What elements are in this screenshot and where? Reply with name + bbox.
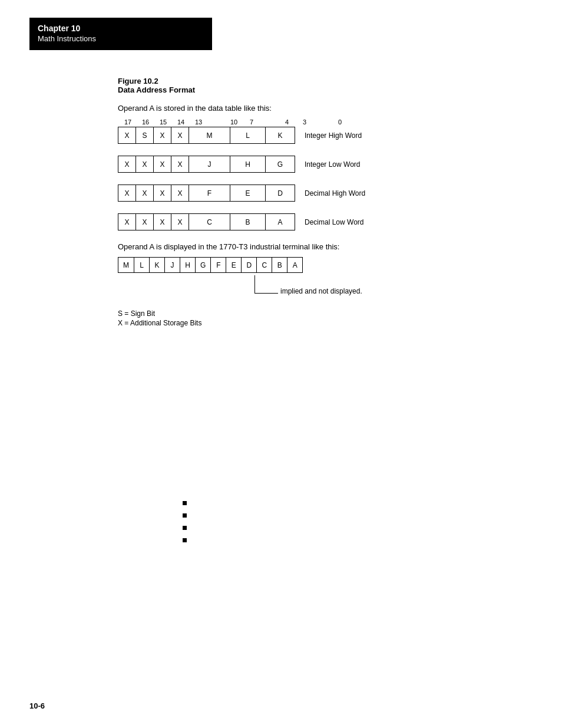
cell-x4: X [171, 214, 189, 230]
cell-x4: X [171, 156, 189, 173]
cell-l: L [230, 127, 266, 144]
cell-x2: X [154, 127, 171, 144]
decimal-high-word-table: X X X X F E D [118, 185, 295, 202]
figure-number: Figure 10.2 [118, 77, 530, 85]
operand-a-stored-text: Operand A is stored in the data table li… [118, 104, 530, 113]
bit-10: 10 [225, 118, 243, 126]
integer-high-word-row: X S X X M L K Integer High Word [118, 127, 530, 144]
term-k: K [150, 258, 165, 273]
decimal-high-word-row: X X X X F E D Decimal High Word [118, 185, 530, 202]
operand-a-displayed-text: Operand A is displayed in the 1770-T3 in… [118, 242, 530, 251]
cell-c: C [189, 214, 230, 230]
bit-13: 13 [190, 118, 207, 126]
integer-low-word-label: Integer Low Word [305, 160, 361, 169]
term-d: D [242, 258, 257, 273]
cell-x1: X [118, 127, 136, 144]
integer-low-word-row: X X X X J H G Integer Low Word [118, 156, 530, 173]
bullet-square-3 [183, 526, 187, 530]
chapter-subtitle: Math Instructions [38, 34, 204, 43]
cell-h: H [230, 156, 266, 173]
figure-name: Data Address Format [118, 85, 530, 94]
bit-numbers-row: 17 16 15 14 13 10 7 4 3 0 [119, 118, 530, 126]
cell-x4: X [171, 185, 189, 202]
figure-title: Figure 10.2 Data Address Format [118, 77, 530, 94]
decimal-low-word-table: X X X X C B A [118, 213, 295, 230]
cell-x2: X [136, 214, 154, 230]
cell-f: F [189, 185, 230, 202]
cell-x3: X [154, 185, 171, 202]
term-a: A [287, 258, 303, 273]
term-l: L [134, 258, 150, 273]
term-h: H [180, 258, 196, 273]
term-c: C [257, 258, 272, 273]
bullet-square-2 [183, 513, 187, 518]
decimal-low-word-row: X X X X C B A Decimal Low Word [118, 213, 530, 230]
bullet-square-1 [183, 501, 187, 505]
decimal-low-word-label: Decimal Low Word [305, 218, 363, 226]
bit-7: 7 [243, 118, 260, 126]
term-f: F [211, 258, 226, 273]
header-banner: Chapter 10 Math Instructions [29, 18, 212, 50]
terminal-table: M L K J H G F E D C B A [118, 257, 303, 273]
cell-x1: X [118, 185, 136, 202]
cell-g: G [266, 156, 295, 173]
decimal-high-word-label: Decimal High Word [305, 189, 365, 197]
term-m: M [118, 258, 134, 273]
bullet-square-4 [183, 538, 187, 542]
legend: S = Sign Bit X = Additional Storage Bits [118, 309, 530, 327]
cell-x1: X [118, 156, 136, 173]
cell-e: E [230, 185, 266, 202]
integer-low-word-table: X X X X J H G [118, 156, 295, 173]
legend-s: S = Sign Bit [118, 309, 530, 318]
bit-16: 16 [137, 118, 154, 126]
cell-x1: X [118, 214, 136, 230]
main-content: Figure 10.2 Data Address Format Operand … [118, 77, 530, 331]
bit-3: 3 [296, 118, 313, 126]
cell-x3: X [154, 156, 171, 173]
bullet-3 [183, 526, 187, 530]
cell-a: A [266, 214, 295, 230]
terminal-row-container: M L K J H G F E D C B A [118, 257, 530, 273]
bit-14: 14 [172, 118, 190, 126]
cell-x3: X [154, 214, 171, 230]
term-j: J [165, 258, 180, 273]
bit-17: 17 [119, 118, 137, 126]
bullet-2 [183, 513, 187, 518]
cell-d: D [266, 185, 295, 202]
page-number: 10-6 [29, 701, 45, 710]
cell-x2: X [136, 185, 154, 202]
bit-0: 0 [331, 118, 349, 126]
implied-line-vertical [254, 275, 255, 293]
cell-j: J [189, 156, 230, 173]
bit-4: 4 [278, 118, 296, 126]
cell-b: B [230, 214, 266, 230]
integer-high-word-table: X S X X M L K [118, 127, 295, 144]
bullet-1 [183, 501, 187, 505]
cell-k: K [266, 127, 295, 144]
integer-high-word-label: Integer High Word [305, 131, 362, 140]
implied-text: implied and not displayed. [280, 287, 362, 295]
bit-15: 15 [154, 118, 172, 126]
cell-x2: X [136, 156, 154, 173]
legend-x: X = Additional Storage Bits [118, 319, 530, 327]
term-g: G [196, 258, 211, 273]
chapter-label: Chapter 10 [38, 24, 204, 33]
cell-s: S [136, 127, 154, 144]
cell-m: M [189, 127, 230, 144]
term-e: E [226, 258, 242, 273]
cell-x3: X [171, 127, 189, 144]
term-b: B [272, 258, 287, 273]
bullet-4 [183, 538, 187, 542]
bullets-area [183, 501, 187, 551]
implied-line-horizontal [254, 293, 278, 294]
implied-container: implied and not displayed. [118, 275, 530, 305]
